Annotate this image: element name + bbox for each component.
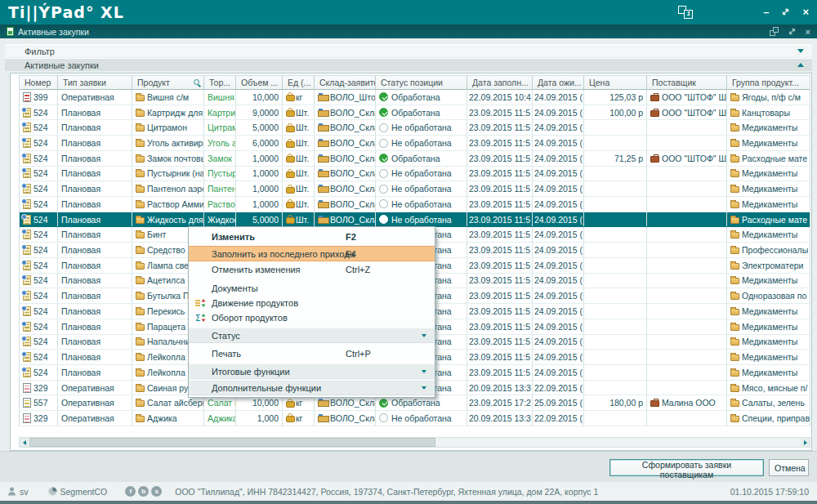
- cell-warehouse: ВОЛО_Склад мат: [315, 197, 376, 212]
- table-row[interactable]: 557 Оперативная Салат айсберг Салат а 10…: [20, 395, 810, 411]
- search-icon[interactable]: [194, 79, 199, 85]
- window-pages-icon[interactable]: 1: [678, 6, 693, 19]
- menu-item-product-movement[interactable]: Движение продуктов: [189, 296, 435, 310]
- cell-date-filled: 23.09.2015 11:5: [467, 120, 533, 135]
- weight-icon: [286, 139, 293, 148]
- scroll-right-arrow[interactable]: [801, 438, 810, 447]
- cell-product-group: Ягоды, п/ф с/м: [727, 90, 811, 105]
- table-row[interactable]: 524 Плановая Картридж для че Картри 9,00…: [20, 105, 810, 121]
- cell-date-filled: 23.09.2015 11:5: [467, 167, 533, 181]
- table-row[interactable]: 524 Плановая Раствор Аммиак Раство 1,000…: [20, 197, 810, 212]
- table-row[interactable]: 524 Плановая Пустырник (наст Пустыр 1,00…: [20, 167, 810, 182]
- cell-request-type: Плановая: [58, 136, 132, 150]
- cell-unit: Шт.: [283, 197, 315, 212]
- cell-number: 524: [20, 274, 58, 288]
- column-trade[interactable]: Тор...: [204, 76, 236, 89]
- cancel-button[interactable]: Отмена: [769, 459, 809, 476]
- cell-request-type: Плановая: [58, 288, 132, 303]
- duplicate-tab-icon[interactable]: [770, 27, 779, 36]
- column-date-expected[interactable]: Дата ожи...: [533, 76, 584, 89]
- cell-product-group: Медикаменты: [727, 181, 811, 196]
- scrollbar-thumb[interactable]: [29, 438, 435, 447]
- filter-panel-header[interactable]: Фильтр: [5, 44, 812, 57]
- table-row[interactable]: 329 Оперативная Аджика Аджика 1,000 кг В…: [20, 411, 810, 426]
- product-movement-icon: [195, 298, 206, 310]
- cell-volume: 1,0000: [236, 197, 283, 212]
- cell-volume: 1,0000: [236, 151, 283, 166]
- cell-request-type: Плановая: [58, 319, 132, 334]
- table-row[interactable]: 524 Плановая Пантенол аэроз Пантен 1,000…: [20, 181, 810, 197]
- restore-button[interactable]: [782, 7, 789, 18]
- request-doc-icon: [23, 322, 31, 332]
- cell-product-group: Салаты, зелень: [727, 395, 811, 410]
- skype-icon[interactable]: s: [151, 486, 162, 497]
- cell-date-expected: 24.09.2015 (: [533, 274, 584, 288]
- cell-date-filled: 23.09.2015 11:5: [467, 335, 533, 350]
- table-row[interactable]: 524 Плановая Цитрамон Цитрам 5,0000 Шт. …: [20, 120, 810, 136]
- column-product-group[interactable]: Группа продукт...: [727, 76, 811, 89]
- svg-text:Σ: Σ: [195, 314, 200, 323]
- column-product[interactable]: Продукт: [132, 76, 204, 89]
- column-request-type[interactable]: Тип заявки: [58, 76, 132, 89]
- weight-icon: [286, 185, 293, 194]
- menu-item-edit[interactable]: ИзменитьF2: [189, 229, 435, 245]
- menu-item-print[interactable]: ПечатьCtrl+P: [189, 346, 435, 361]
- column-supplier[interactable]: Поставщик: [647, 76, 727, 89]
- cell-request-type: Плановая: [58, 197, 132, 212]
- menu-item-status[interactable]: Статус: [189, 328, 435, 343]
- restore-tab-icon[interactable]: [788, 27, 796, 37]
- request-doc-icon: [23, 368, 31, 377]
- scroll-left-arrow[interactable]: [20, 438, 29, 447]
- cell-price: [584, 227, 647, 242]
- close-button[interactable]: ×: [802, 7, 809, 18]
- horizontal-scrollbar[interactable]: [19, 437, 810, 448]
- blog-icon[interactable]: b: [138, 486, 149, 497]
- menu-item-product-turnover[interactable]: Σ Оборот продуктов: [189, 310, 435, 325]
- create-supplier-requests-button[interactable]: Сформировать заявки поставщикам: [609, 459, 764, 476]
- table-row[interactable]: 524 Плановая Жидкость для ро Жидкос 5,00…: [20, 212, 810, 228]
- column-status[interactable]: Статус позиции: [376, 76, 467, 89]
- status-icon: [379, 154, 388, 163]
- minimize-button[interactable]: –: [763, 7, 769, 18]
- cell-request-type: Плановая: [58, 243, 132, 257]
- cell-warehouse: ВОЛО_Штоф бар: [315, 90, 376, 105]
- close-tab-icon[interactable]: ×: [806, 27, 810, 37]
- cell-product-group: Медикаменты: [727, 274, 811, 288]
- cell-supplier: [647, 304, 727, 319]
- column-date-filled[interactable]: Дата заполн...: [467, 76, 533, 89]
- tab-active-purchases[interactable]: Активные закупки: [7, 27, 89, 37]
- chevron-down-icon[interactable]: [797, 49, 804, 53]
- segment-indicator[interactable]: SegmentCO: [48, 487, 108, 497]
- menu-item-undo-changes[interactable]: Отменить измененияCtrl+Z: [189, 261, 435, 277]
- menu-item-fill-from-last-receipt[interactable]: Заполнить из последнего приходаF4: [189, 246, 435, 261]
- warehouse-icon: [318, 123, 328, 132]
- table-row[interactable]: 399 Оперативная Вишня с/м Вишня 10,000 к…: [20, 90, 810, 105]
- chevron-up-icon[interactable]: [797, 63, 804, 67]
- cell-number: 524: [20, 151, 58, 166]
- column-unit[interactable]: Ед (...: [283, 76, 315, 89]
- purchases-panel-header[interactable]: Активные закупки: [5, 58, 812, 71]
- cell-request-type: Плановая: [58, 212, 132, 227]
- facebook-icon[interactable]: f: [125, 486, 136, 497]
- column-price[interactable]: Цена: [584, 76, 647, 89]
- cell-warehouse: ВОЛО_Склад мат: [315, 136, 376, 150]
- cell-trade: Вишня: [204, 90, 236, 105]
- cell-number: 557: [20, 395, 58, 410]
- column-warehouse[interactable]: Склад-заявитель↑: [315, 76, 376, 89]
- cell-supplier: [647, 212, 727, 227]
- tab-label: Активные закупки: [18, 27, 89, 37]
- column-number[interactable]: Номер: [20, 76, 58, 89]
- menu-item-summary-functions[interactable]: Итоговые функции: [189, 364, 435, 379]
- table-row[interactable]: 524 Плановая Уголь активиров Уголь а 6,0…: [20, 136, 810, 151]
- company-info: ООО "Тиллипад", ИНН 7842314427, Россия, …: [175, 487, 598, 497]
- cell-trade: Аджика: [204, 411, 236, 426]
- column-volume[interactable]: Объем ...: [236, 76, 283, 89]
- table-row[interactable]: 524 Плановая Замок почтовый Замок 1,0000…: [20, 151, 810, 167]
- cell-date-expected: 24.09.2015 (: [533, 319, 584, 334]
- current-user[interactable]: sv: [8, 487, 29, 497]
- menu-item-documents[interactable]: Документы: [189, 281, 435, 296]
- cell-number: 524: [20, 136, 58, 150]
- status-icon: [379, 169, 388, 178]
- menu-item-additional-functions[interactable]: Дополнительные функции: [189, 380, 435, 395]
- cell-number: 524: [20, 304, 58, 319]
